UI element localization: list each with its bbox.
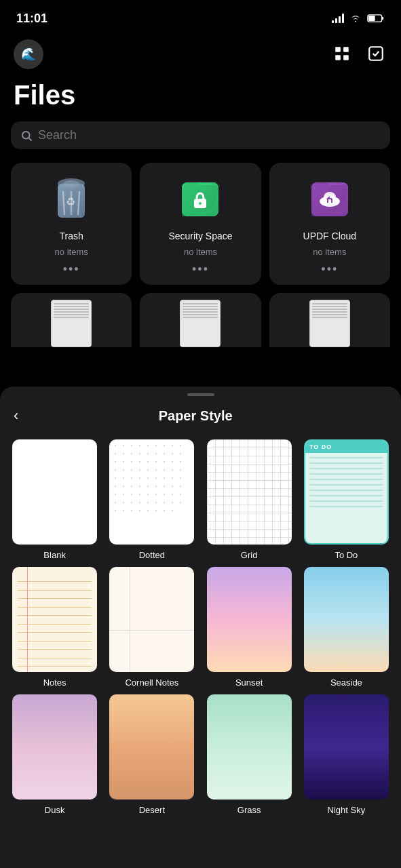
app-header: 🌊 <box>0 34 401 77</box>
paper-label-dotted: Dotted <box>139 550 165 560</box>
paper-label-blank: Blank <box>43 550 66 560</box>
paper-item-nightsky[interactable]: Night Sky <box>301 694 392 815</box>
search-icon <box>20 130 33 142</box>
cornell-vline <box>130 567 130 672</box>
checklist-button[interactable] <box>364 42 387 67</box>
paper-thumb-seaside <box>304 567 389 672</box>
svg-rect-3 <box>335 47 341 52</box>
modal-overlay[interactable]: ‹ Paper Style Blank Dotted Grid <box>0 387 401 868</box>
search-input[interactable] <box>38 128 381 142</box>
wifi-icon <box>349 14 362 23</box>
partial-cards-row <box>0 293 401 347</box>
partial-card-1 <box>11 293 132 347</box>
svg-point-8 <box>22 132 30 139</box>
notes-red-line <box>27 567 28 672</box>
paper-label-grid: Grid <box>241 550 258 560</box>
svg-line-9 <box>28 138 31 140</box>
page-title: Files <box>0 77 401 121</box>
paper-label-nightsky: Night Sky <box>328 805 366 815</box>
file-card-cloud[interactable]: UPDF Cloud no items ••• <box>269 163 390 285</box>
paper-thumb-notes <box>12 567 97 672</box>
check-icon <box>367 45 385 62</box>
paper-thumb-grid <box>207 439 292 545</box>
paper-item-grass[interactable]: Grass <box>204 694 294 815</box>
trash-icon: ♻ <box>47 176 96 225</box>
files-grid: ♻ Trash no items ••• <box>0 163 401 293</box>
svg-rect-2 <box>368 16 375 21</box>
paper-item-dusk[interactable]: Dusk <box>9 694 100 815</box>
header-actions <box>330 42 387 67</box>
partial-card-2 <box>140 293 261 347</box>
paper-item-dotted[interactable]: Dotted <box>107 439 197 560</box>
paper-thumb-dotted <box>109 439 194 545</box>
paper-label-notes: Notes <box>43 677 66 688</box>
todo-lines <box>305 453 387 511</box>
svg-text:♻: ♻ <box>66 196 75 208</box>
status-bar: 11:01 <box>0 0 401 34</box>
paper-thumb-nightsky <box>304 694 389 800</box>
paper-thumb-todo: TO DO <box>304 439 389 545</box>
grid-view-button[interactable] <box>330 42 354 67</box>
avatar[interactable]: 🌊 <box>14 39 43 69</box>
paper-label-seaside: Seaside <box>330 677 362 688</box>
paper-label-desert: Desert <box>139 805 165 815</box>
paper-item-notes[interactable]: Notes <box>9 567 100 688</box>
paper-item-desert[interactable]: Desert <box>107 694 197 815</box>
cornell-hline <box>109 630 194 631</box>
signal-icon <box>332 14 344 23</box>
file-count-cloud: no items <box>313 247 346 257</box>
file-name-security: Security Space <box>168 231 232 241</box>
paper-thumb-sunset <box>207 567 292 672</box>
battery-icon <box>367 14 385 23</box>
paper-thumb-blank <box>12 439 97 545</box>
paper-label-sunset: Sunset <box>235 677 263 688</box>
svg-rect-6 <box>343 55 349 60</box>
svg-point-18 <box>199 202 202 205</box>
paper-item-todo[interactable]: TO DO To Do <box>301 439 392 560</box>
paper-label-dusk: Dusk <box>45 805 65 815</box>
modal-header: ‹ Paper Style <box>0 396 401 433</box>
file-menu-trash[interactable]: ••• <box>63 262 80 277</box>
search-bar[interactable] <box>11 121 390 149</box>
avatar-icon: 🌊 <box>21 47 36 62</box>
paper-item-cornell[interactable]: Cornell Notes <box>107 567 197 688</box>
paper-thumb-grass <box>207 694 292 800</box>
paper-label-todo: To Do <box>335 550 358 560</box>
paper-item-grid[interactable]: Grid <box>204 439 294 560</box>
svg-rect-7 <box>369 47 383 60</box>
paper-item-blank[interactable]: Blank <box>9 439 100 560</box>
status-time: 11:01 <box>16 12 47 26</box>
todo-header-text: TO DO <box>305 441 387 453</box>
paper-label-grass: Grass <box>237 805 261 815</box>
file-count-security: no items <box>184 247 217 257</box>
paper-item-seaside[interactable]: Seaside <box>301 567 392 688</box>
status-icons <box>332 14 385 23</box>
file-card-security[interactable]: Security Space no items ••• <box>140 163 261 285</box>
file-count-trash: no items <box>55 247 88 257</box>
paper-thumb-cornell <box>109 567 194 672</box>
modal-back-button[interactable]: ‹ <box>14 404 24 427</box>
paper-thumb-desert <box>109 694 194 800</box>
paper-label-cornell: Cornell Notes <box>125 677 178 688</box>
partial-card-3 <box>269 293 390 347</box>
svg-rect-4 <box>343 47 349 52</box>
grid-icon <box>333 45 351 62</box>
file-card-trash[interactable]: ♻ Trash no items ••• <box>11 163 132 285</box>
security-icon <box>176 176 225 225</box>
paper-thumb-dusk <box>12 694 97 800</box>
paper-style-grid: Blank Dotted Grid TO DO <box>0 433 401 829</box>
file-name-trash: Trash <box>60 231 83 241</box>
paper-item-sunset[interactable]: Sunset <box>204 567 294 688</box>
file-name-cloud: UPDF Cloud <box>303 231 357 241</box>
svg-rect-1 <box>382 17 384 20</box>
modal-title: Paper Style <box>24 408 367 424</box>
paper-style-sheet: ‹ Paper Style Blank Dotted Grid <box>0 387 401 868</box>
file-menu-security[interactable]: ••• <box>192 262 209 277</box>
svg-point-13 <box>63 180 79 187</box>
notes-lines <box>12 567 97 672</box>
file-menu-cloud[interactable]: ••• <box>321 262 338 277</box>
svg-rect-5 <box>335 55 341 60</box>
cloud-icon <box>305 176 354 225</box>
